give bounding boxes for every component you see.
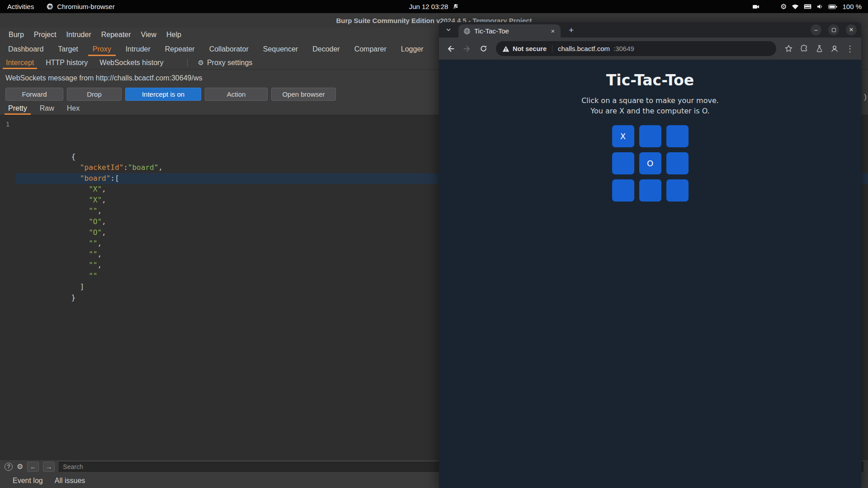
board-cell[interactable]: O <box>639 152 661 174</box>
board-cell[interactable] <box>639 125 661 147</box>
instruction-line-1: Click on a square to make your move. <box>439 95 861 106</box>
labs-beaker-icon[interactable] <box>812 42 826 56</box>
burp-main-tab[interactable]: Target <box>51 42 85 56</box>
keyboard-icon <box>804 4 811 9</box>
new-tab-button[interactable]: + <box>566 25 576 35</box>
tab-close-icon[interactable]: × <box>549 27 557 35</box>
code-token: , <box>158 163 163 172</box>
code-token: } <box>71 293 76 302</box>
search-settings-gear-icon[interactable]: ⚙ <box>17 463 23 470</box>
burp-menu-item[interactable]: Burp <box>4 28 29 42</box>
drop-button[interactable]: Drop <box>67 88 122 101</box>
editor-view-tab[interactable]: Hex <box>61 102 86 115</box>
window-controls: − × <box>811 24 857 35</box>
board-cell[interactable] <box>666 179 689 202</box>
search-prev-button[interactable]: ← <box>27 462 39 472</box>
activities-button[interactable]: Activities <box>7 3 34 10</box>
code-token: "board" <box>128 163 158 172</box>
close-button[interactable]: × <box>846 24 857 35</box>
warning-triangle-icon <box>502 46 509 52</box>
burp-proxy-subtab[interactable]: HTTP history <box>40 56 94 69</box>
battery-percentage: 100 % <box>842 3 862 10</box>
code-token: , <box>102 217 106 226</box>
code-token: "" <box>89 250 97 258</box>
proxy-settings-button[interactable]: ⚙ Proxy settings <box>194 59 256 67</box>
action-button[interactable]: Action <box>205 88 268 101</box>
security-label: Not secure <box>513 45 547 52</box>
event-log-button[interactable]: Event log <box>13 477 43 485</box>
focused-app-label: Chromium-browser <box>57 3 115 10</box>
burp-menu-item[interactable]: View <box>136 28 161 42</box>
url-host: challs.bcactf.com <box>558 45 610 52</box>
browser-tab[interactable]: Tic-Tac-Toe × <box>458 24 561 38</box>
proxy-settings-label: Proxy settings <box>207 59 252 67</box>
url-port: :30649 <box>613 45 634 52</box>
security-chip[interactable]: Not secure <box>502 45 547 52</box>
board-cell[interactable] <box>666 152 689 174</box>
help-icon[interactable]: ? <box>5 463 13 471</box>
maximize-icon <box>832 28 836 32</box>
screencast-icon[interactable] <box>752 3 760 10</box>
focused-app-indicator[interactable]: Chromium-browser <box>47 3 115 10</box>
editor-line-number: 1 <box>0 115 15 460</box>
code-token: "" <box>89 272 97 280</box>
burp-menu-item[interactable]: Help <box>161 28 186 42</box>
burp-main-tab[interactable]: Logger <box>394 42 431 56</box>
intercept-toggle-button[interactable]: Intercept is on <box>125 88 201 101</box>
subtab-separator <box>187 59 188 67</box>
tictactoe-board: XO <box>612 125 689 202</box>
code-token: , <box>97 239 102 248</box>
board-cell[interactable] <box>612 179 634 202</box>
burp-main-tab[interactable]: Dashboard <box>1 42 51 56</box>
burp-main-tab[interactable]: Comparer <box>347 42 394 56</box>
open-browser-button[interactable]: Open browser <box>271 88 336 101</box>
board-cell[interactable]: X <box>612 125 634 147</box>
burp-main-tab[interactable]: Collaborator <box>202 42 256 56</box>
minimize-button[interactable]: − <box>811 24 821 35</box>
chrome-tabstrip: Tic-Tac-Toe × + − × <box>439 22 861 38</box>
all-issues-button[interactable]: All issues <box>55 477 85 485</box>
board-cell[interactable] <box>639 179 661 202</box>
code-token: :[ <box>110 174 119 183</box>
burp-main-tab[interactable]: Repeater <box>158 42 202 56</box>
burp-main-tab[interactable]: Decoder <box>305 42 347 56</box>
burp-proxy-subtab[interactable]: Intercept <box>0 56 40 69</box>
code-token: : <box>123 163 128 172</box>
reload-button[interactable] <box>476 42 491 56</box>
burp-main-tab[interactable]: Sequencer <box>256 42 305 56</box>
search-next-button[interactable]: → <box>43 462 55 472</box>
clock-menu[interactable]: Jun 12 03:28 <box>409 3 459 10</box>
code-token: "" <box>89 261 97 269</box>
system-tray-menu[interactable]: ⚙ 100 % <box>780 3 862 10</box>
burp-menu-item[interactable]: Repeater <box>96 28 136 42</box>
forward-button[interactable]: Forward <box>5 88 63 101</box>
board-cell[interactable] <box>612 152 634 174</box>
code-token: , <box>102 228 106 237</box>
profile-avatar-icon[interactable] <box>828 42 841 56</box>
editor-view-tab[interactable]: Raw <box>33 102 61 115</box>
burp-menu-item[interactable]: Project <box>29 28 61 42</box>
burp-subtab-list: InterceptHTTP historyWebSockets history <box>0 56 169 69</box>
wifi-icon <box>792 4 799 9</box>
menu-kebab-icon[interactable]: ⋮ <box>843 42 857 56</box>
notifications-muted-bell-icon <box>452 3 459 10</box>
maximize-button[interactable] <box>828 24 839 35</box>
burp-proxy-subtab[interactable]: WebSockets history <box>94 56 169 69</box>
code-token: "packetId" <box>80 163 123 172</box>
extensions-puzzle-icon[interactable] <box>797 42 811 56</box>
back-button[interactable] <box>443 42 458 56</box>
code-token: , <box>97 250 102 258</box>
gnome-topbar: Activities Chromium-browser Jun 12 03:28… <box>0 0 868 13</box>
burp-menu-item[interactable]: Intruder <box>61 28 96 42</box>
volume-icon <box>816 3 823 10</box>
tab-search-chevron-icon[interactable] <box>445 27 452 35</box>
editor-view-tab[interactable]: Pretty <box>2 102 33 115</box>
url-bar[interactable]: Not secure challs.bcactf.com:30649 <box>496 41 776 56</box>
forward-button[interactable] <box>460 42 474 56</box>
burp-main-tab[interactable]: Intruder <box>118 42 158 56</box>
board-cell[interactable] <box>666 125 689 147</box>
burp-main-tab[interactable]: Proxy <box>85 42 118 56</box>
code-token: , <box>102 185 106 193</box>
clock-label: Jun 12 03:28 <box>409 3 448 10</box>
bookmark-star-icon[interactable] <box>782 42 795 56</box>
